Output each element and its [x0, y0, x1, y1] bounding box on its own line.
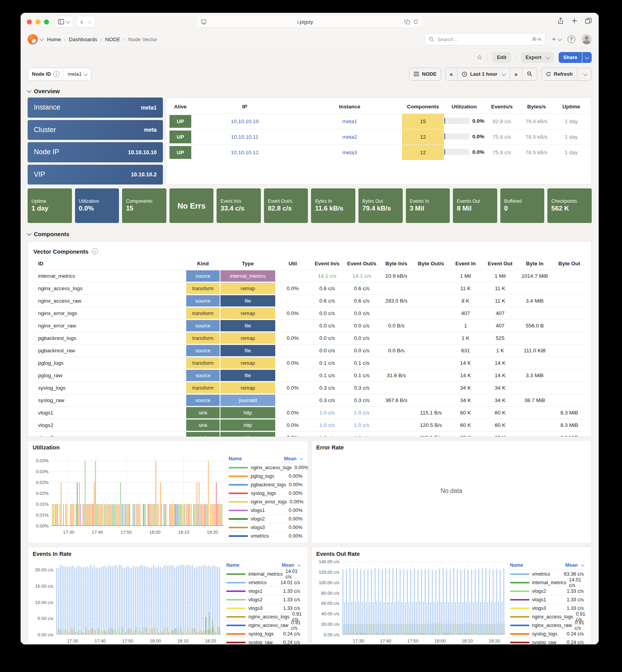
legend-item[interactable]: nginx_access_logs0.91 c/s [508, 612, 585, 621]
breadcrumb-item[interactable]: NODE [105, 37, 121, 42]
legend-item[interactable]: nginx_access_logs0.91 c/s [224, 612, 302, 621]
time-shift-forward-button[interactable]: » [510, 68, 522, 80]
series-name[interactable]: nginx_access_logs [251, 465, 292, 470]
legend-item[interactable]: syslog_raw0.24 c/s [224, 638, 302, 644]
time-shift-back-button[interactable]: « [446, 68, 458, 80]
series-name[interactable]: syslog_logs [251, 491, 276, 496]
legend-item[interactable]: vlogs11.33 c/s [224, 587, 302, 595]
instance-link[interactable]: meta3 [297, 145, 402, 160]
help-icon[interactable]: ? [568, 35, 575, 43]
events-in-plot[interactable]: 20.00 c/s15.00 c/s10.00 c/s5.00 c/s0.00 … [33, 559, 224, 644]
share-button[interactable]: Share [559, 52, 582, 63]
address-bar[interactable]: i.pigsty [197, 16, 423, 28]
series-name[interactable]: pgbackrest_logs [251, 482, 286, 487]
legend-item[interactable]: internal_metrics14.01 c/s [224, 569, 302, 578]
series-name[interactable]: nginx_error_logs [251, 499, 287, 505]
close-window-button[interactable] [27, 19, 32, 24]
tab-overview-icon[interactable] [585, 18, 592, 24]
legend-name-header[interactable]: Name [226, 562, 239, 568]
share-menu-button[interactable] [582, 52, 592, 63]
legend-mean-header[interactable]: Mean [282, 562, 300, 568]
reload-icon[interactable] [413, 19, 419, 24]
series-name[interactable]: vlogs3 [532, 606, 546, 611]
new-tab-icon[interactable] [571, 18, 577, 24]
breadcrumb-item[interactable]: Node Vector [128, 37, 157, 42]
legend-name-header[interactable]: Name [229, 456, 242, 461]
legend-item[interactable]: vlogs10.00% [226, 506, 304, 514]
export-button[interactable]: Export [521, 52, 554, 63]
legend-mean-header[interactable]: Mean [565, 562, 584, 568]
series-name[interactable]: nginx_access_logs [532, 614, 573, 620]
breadcrumb-item[interactable]: Dashboards [69, 37, 97, 42]
series-name[interactable]: syslog_logs [248, 631, 274, 637]
series-name[interactable]: vlogs3 [251, 525, 265, 530]
legend-item[interactable]: nginx_access_raw0.91 c/s [224, 621, 302, 629]
zoom-out-button[interactable] [522, 68, 537, 80]
series-name[interactable]: nginx_access_raw [248, 623, 288, 628]
legend-item[interactable]: syslog_logs0.00% [226, 489, 304, 497]
series-name[interactable]: syslog_raw [248, 640, 273, 645]
series-name[interactable]: syslog_raw [532, 640, 557, 645]
star-icon[interactable]: ☆ [477, 53, 482, 61]
zoom-window-button[interactable] [44, 19, 49, 24]
legend-item[interactable]: vlogs21.33 c/s [224, 595, 302, 604]
add-button[interactable]: + [552, 35, 561, 43]
series-name[interactable]: vlogs1 [251, 508, 265, 513]
legend-item[interactable]: pglog_logs0.00% [226, 472, 304, 480]
legend-item[interactable]: vmetrics0.00% [226, 531, 304, 540]
back-button[interactable]: ‹ [80, 17, 83, 26]
refresh-interval-button[interactable] [577, 68, 591, 80]
legend-item[interactable]: nginx_access_raw0.91 c/s [508, 621, 585, 629]
instance-link[interactable]: meta1 [297, 114, 402, 129]
legend-item[interactable]: vlogs31.33 c/s [508, 604, 585, 612]
translate-icon[interactable] [404, 19, 410, 24]
legend-item[interactable]: vlogs30.00% [226, 523, 304, 531]
minimize-window-button[interactable] [35, 19, 40, 24]
ip-link[interactable]: 10.10.10.12 [192, 145, 297, 160]
events-out-plot[interactable]: 140.00 c/s120.00 c/s100.00 c/s80.00 c/s6… [316, 559, 508, 644]
section-components[interactable]: Components [28, 228, 592, 240]
avatar[interactable] [582, 34, 592, 44]
utilization-plot[interactable]: 0.03%0.03%0.02%0.02%0.01%0.01%0.00%17:30… [33, 452, 226, 540]
grafana-logo-icon[interactable] [28, 34, 38, 44]
edit-button[interactable]: Edit [492, 52, 511, 63]
series-name[interactable]: vlogs1 [248, 588, 262, 594]
legend-item[interactable]: nginx_access_logs0.00% [226, 463, 304, 472]
series-name[interactable]: vmetrics [248, 580, 267, 585]
sidebar-toggle-button[interactable] [54, 16, 73, 28]
legend-item[interactable]: pgbackrest_logs0.00% [226, 480, 304, 489]
instance-link[interactable]: meta2 [297, 129, 402, 145]
series-name[interactable]: vlogs2 [251, 516, 265, 522]
series-name[interactable]: syslog_logs [532, 631, 557, 637]
series-name[interactable]: internal_metrics [248, 571, 283, 577]
series-name[interactable]: vmetrics [532, 571, 550, 577]
section-overview[interactable]: Overview [28, 85, 592, 97]
legend-item[interactable]: vlogs31.33 c/s [224, 604, 302, 612]
series-name[interactable]: internal_metrics [532, 580, 566, 585]
series-name[interactable]: nginx_access_raw [532, 623, 572, 628]
series-name[interactable]: vlogs3 [248, 606, 262, 611]
ip-link[interactable]: 10.10.10.10 [192, 114, 297, 129]
forward-button[interactable]: › [88, 17, 91, 26]
series-name[interactable]: vmetrics [251, 533, 269, 539]
series-name[interactable]: pglog_logs [251, 474, 274, 479]
legend-mean-header[interactable]: Mean [284, 456, 302, 461]
legend-name-header[interactable]: Name [510, 562, 523, 568]
search-input[interactable]: Search... ⌘+k [425, 33, 546, 45]
legend-item[interactable]: nginx_error_logs0.00% [226, 497, 304, 506]
legend-item[interactable]: syslog_logs0.24 c/s [224, 629, 302, 638]
org-chevron-down-icon[interactable] [39, 37, 44, 41]
ip-link[interactable]: 10.10.10.11 [192, 129, 297, 145]
series-name[interactable]: vlogs2 [532, 588, 546, 594]
series-name[interactable]: vlogs2 [248, 597, 262, 602]
node-menu-button[interactable]: NODE [409, 68, 441, 81]
info-icon[interactable]: i [92, 248, 98, 254]
time-range-button[interactable]: Last 1 hour [458, 68, 510, 80]
legend-item[interactable]: vlogs11.33 c/s [508, 595, 585, 604]
variable-node-id[interactable]: Node IDi meta1 [28, 68, 91, 81]
legend-item[interactable]: syslog_raw0.24 c/s [508, 638, 585, 644]
refresh-button[interactable]: Refresh [542, 68, 577, 80]
legend-item[interactable]: internal_metrics14.01 c/s [508, 578, 585, 587]
series-name[interactable]: nginx_access_logs [248, 614, 290, 620]
series-name[interactable]: vlogs1 [532, 597, 546, 602]
